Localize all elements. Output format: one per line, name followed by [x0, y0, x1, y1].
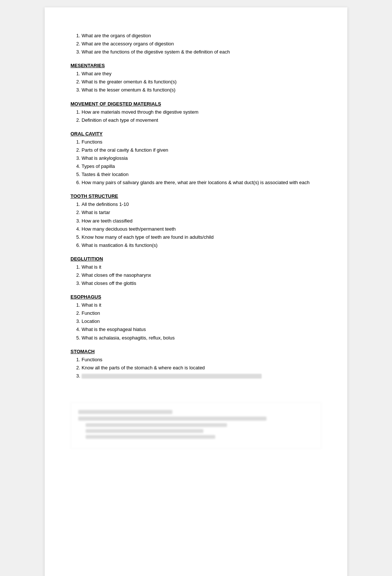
list-item: What is mastication & its function(s) [82, 241, 321, 249]
blurred-line [78, 417, 267, 421]
blurred-subline [86, 435, 215, 439]
section-list-esophagus: What is itFunctionLocationWhat is the es… [82, 301, 321, 342]
section-list-deglutition: What is itWhat closes off the nasopharyn… [82, 263, 321, 287]
section-title-oral-cavity: ORAL CAVITY [71, 131, 321, 137]
list-item: Tastes & their location [82, 170, 321, 179]
blurred-subline [86, 429, 203, 433]
list-item: What is ankyloglossia [82, 154, 321, 162]
list-item: Know how many of each type of teeth are … [82, 233, 321, 241]
section-list-tooth-structure: All the definitions 1-10What is tartarHo… [82, 200, 321, 249]
section-list-oral-cavity: FunctionsParts of the oral cavity & func… [82, 138, 321, 187]
section-stomach: STOMACHFunctionsKnow all the parts of th… [71, 349, 321, 380]
list-item: How are materials moved through the dige… [82, 108, 321, 116]
intro-list: What are the organs of digestionWhat are… [82, 32, 321, 56]
blurred-bottom-section [71, 402, 321, 449]
section-title-tooth-structure: TOOTH STRUCTURE [71, 193, 321, 199]
section-title-esophagus: ESOPHAGUS [71, 294, 321, 300]
list-item: What is achalasia, esophagitis, reflux, … [82, 334, 321, 342]
list-item: What is it [82, 263, 321, 271]
section-tooth-structure: TOOTH STRUCTUREAll the definitions 1-10W… [71, 193, 321, 249]
list-item: What is the esophageal hiatus [82, 325, 321, 334]
list-item: All the definitions 1-10 [82, 200, 321, 208]
list-item: Types of papilla [82, 162, 321, 170]
section-title-movement: MOVEMENT OF DIGESTED MATERIALS [71, 101, 321, 107]
intro-list-item: What are the organs of digestion [82, 32, 321, 40]
list-item: What is it [82, 301, 321, 309]
section-movement: MOVEMENT OF DIGESTED MATERIALSHow are ma… [71, 101, 321, 124]
section-title-mesentaries: MESENTARIES [71, 63, 321, 68]
list-item: What is the greater omentun & its functi… [82, 78, 321, 86]
list-item: Functions [82, 138, 321, 146]
list-item: Definition of each type of movement [82, 116, 321, 124]
list-item: Know all the parts of the stomach & wher… [82, 364, 321, 372]
list-item: What is the lesser omentum & its functio… [82, 86, 321, 94]
sections-container: MESENTARIESWhat are theyWhat is the grea… [71, 63, 321, 380]
page: What are the organs of digestionWhat are… [45, 7, 347, 576]
section-list-stomach: FunctionsKnow all the parts of the stoma… [82, 356, 321, 380]
list-item: Location [82, 317, 321, 325]
intro-list-item: What are the functions of the digestive … [82, 48, 321, 56]
list-item: How many pairs of salivary glands are th… [82, 179, 321, 187]
section-mesentaries: MESENTARIESWhat are theyWhat is the grea… [71, 63, 321, 94]
list-item: What are they [82, 70, 321, 78]
list-item: Functions [82, 356, 321, 364]
list-item: Function [82, 309, 321, 317]
section-title-deglutition: DEGLUTITION [71, 256, 321, 262]
blurred-subline [86, 423, 227, 427]
section-oral-cavity: ORAL CAVITYFunctionsParts of the oral ca… [71, 131, 321, 187]
section-esophagus: ESOPHAGUSWhat is itFunctionLocationWhat … [71, 294, 321, 342]
list-item: What is tartar [82, 208, 321, 217]
blurred-line [78, 410, 172, 414]
list-item: What closes off the glottis [82, 279, 321, 287]
list-item [82, 372, 321, 380]
intro-list-item: What are the accessory organs of digesti… [82, 40, 321, 48]
list-item: How are teeth classified [82, 217, 321, 225]
list-item: What closes off the nasopharynx [82, 271, 321, 279]
list-item: Parts of the oral cavity & function if g… [82, 146, 321, 154]
list-item: How many deciduous teeth/permanent teeth [82, 225, 321, 233]
section-title-stomach: STOMACH [71, 349, 321, 354]
section-list-mesentaries: What are theyWhat is the greater omentun… [82, 70, 321, 94]
section-list-movement: How are materials moved through the dige… [82, 108, 321, 124]
section-deglutition: DEGLUTITIONWhat is itWhat closes off the… [71, 256, 321, 287]
